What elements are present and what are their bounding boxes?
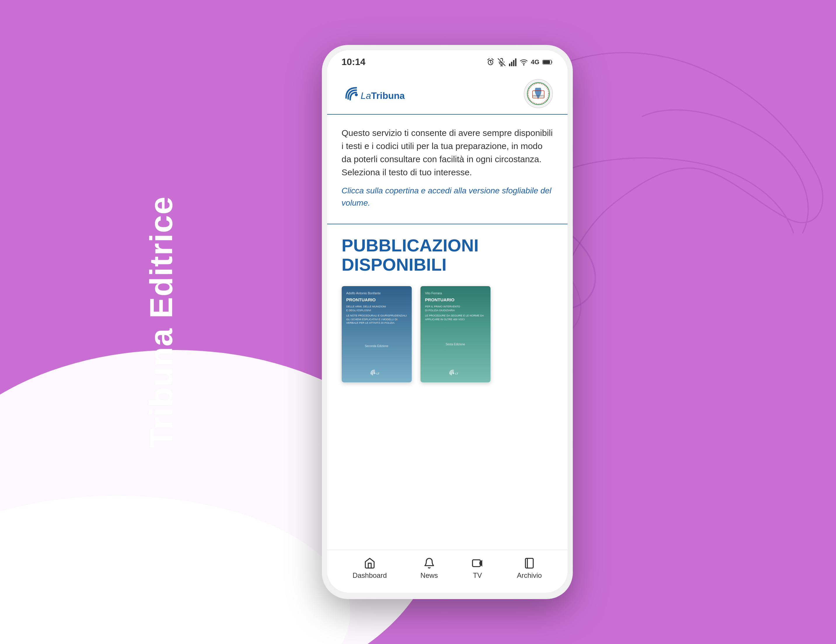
publications-section: PUBBLICAZIONI DISPONIBILI Adolfo Antonio… (327, 224, 568, 550)
description-section: Questo servizio ti consente di avere sem… (327, 115, 568, 224)
nav-item-news[interactable]: News (420, 558, 438, 580)
book-1-edition: Seconda Edizione (346, 344, 407, 348)
book-2-subtitle: PER IL PRIMO INTERVENTO DI POLIZIA GIUDI… (425, 305, 486, 312)
svg-point-20 (374, 373, 375, 374)
book-2-logo: LT (425, 366, 486, 377)
status-bar: 10:14 (327, 50, 568, 70)
status-icons: 4G (487, 58, 553, 66)
svg-rect-8 (515, 58, 516, 66)
description-main: Questo servizio ti consente di avere sem… (342, 126, 553, 179)
book-1-description: LE NOTE PROCEDURALI E GIURISPRUDENZIALI … (346, 314, 407, 325)
app-header: LaTribuna SINDACATO (327, 70, 568, 115)
nav-item-dashboard[interactable]: Dashboard (353, 558, 387, 580)
svg-text:LaTribuna: LaTribuna (361, 90, 405, 101)
svg-rect-26 (526, 558, 533, 568)
mute-icon (498, 58, 506, 66)
svg-point-22 (452, 373, 454, 374)
nav-label-tv: TV (473, 571, 482, 580)
svg-rect-11 (543, 61, 550, 64)
latribuna-logo-svg: LaTribuna (342, 82, 406, 105)
nav-label-dashboard: Dashboard (353, 571, 387, 580)
book-icon (524, 558, 535, 569)
partner-logo: SINDACATO (524, 79, 553, 108)
nav-item-archivio[interactable]: Archivio (517, 558, 542, 580)
phone-mockup: 10:14 (322, 45, 573, 599)
book-2-author: Vito Ferrara (425, 291, 486, 295)
svg-text:LT: LT (455, 372, 459, 375)
book-inner-1: Adolfo Antonio Bonfante PRONTUARIO DELLE… (342, 286, 412, 382)
book-2-description: LE PROCEDURE DA SEGUIRE E LE NORME DA AP… (425, 314, 486, 321)
book-inner-2: Vito Ferrara PRONTUARIO PER IL PRIMO INT… (420, 286, 490, 382)
phone-screen: 10:14 (327, 50, 568, 593)
book-2-edition: Sesta Edizione (425, 343, 486, 346)
alarm-icon (487, 58, 495, 66)
book-1-logo: LT (346, 366, 407, 377)
nav-label-archivio: Archivio (517, 571, 542, 580)
latribuna-logo: LaTribuna (342, 82, 406, 105)
book-1-subtitle: DELLE ARMI, DELLE MUNIZIONI E DEGLI ESPL… (346, 305, 407, 312)
bell-icon (423, 558, 435, 569)
bottom-nav: Dashboard News TV (327, 550, 568, 593)
book-1-author: Adolfo Antonio Bonfante (346, 291, 407, 295)
svg-text:SINDACATO: SINDACATO (532, 95, 544, 97)
publications-title: PUBBLICAZIONI DISPONIBILI (342, 236, 553, 274)
svg-rect-6 (511, 62, 513, 66)
svg-rect-5 (509, 63, 510, 66)
description-italic: Clicca sulla copertina e accedi alla ver… (342, 184, 553, 209)
partner-logo-svg: SINDACATO (525, 80, 552, 107)
svg-rect-24 (473, 560, 481, 566)
svg-point-9 (524, 64, 524, 65)
video-icon (472, 558, 483, 569)
nav-label-news: News (420, 571, 438, 580)
books-grid: Adolfo Antonio Bonfante PRONTUARIO DELLE… (342, 286, 553, 382)
battery-icon (542, 59, 553, 65)
home-icon (364, 558, 376, 569)
svg-text:LT: LT (376, 372, 380, 375)
nav-item-tv[interactable]: TV (472, 558, 483, 580)
side-title: Tribuna Editrice (142, 196, 180, 448)
book-1-title: PRONTUARIO (346, 297, 407, 302)
status-time: 10:14 (342, 57, 366, 67)
book-2-title: PRONTUARIO (425, 297, 486, 302)
signal-icon (509, 58, 517, 66)
svg-point-12 (355, 93, 358, 96)
svg-rect-7 (513, 60, 514, 66)
phone-frame: 10:14 (322, 45, 573, 599)
book-card-1[interactable]: Adolfo Antonio Bonfante PRONTUARIO DELLE… (342, 286, 412, 382)
wifi-icon (520, 58, 528, 66)
network-type: 4G (531, 58, 539, 66)
book-card-2[interactable]: Vito Ferrara PRONTUARIO PER IL PRIMO INT… (420, 286, 490, 382)
